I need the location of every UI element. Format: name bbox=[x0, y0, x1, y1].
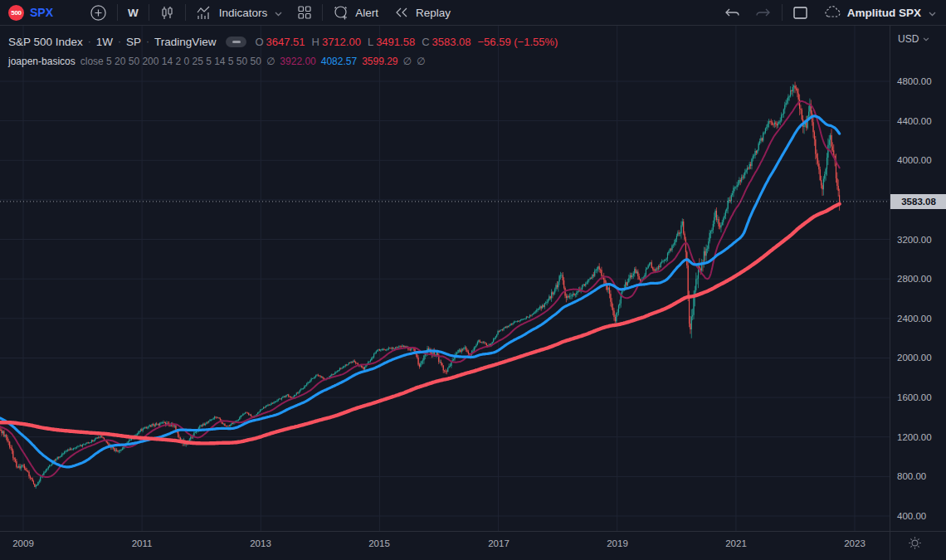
single-layout-icon bbox=[792, 6, 808, 20]
ma50-value: 4082.57 bbox=[321, 56, 357, 67]
currency-selector[interactable]: USD bbox=[898, 33, 929, 45]
price-tick-label: 4800.00 bbox=[897, 75, 932, 87]
legend-exchange[interactable]: SP bbox=[126, 36, 141, 48]
year-tick-label: 2013 bbox=[250, 538, 271, 548]
legend-separator: · bbox=[146, 36, 149, 47]
alert-button[interactable]: Alert bbox=[325, 0, 386, 25]
legend-collapse-button[interactable] bbox=[226, 37, 246, 47]
undo-button[interactable] bbox=[716, 0, 748, 25]
year-tick-label: 2011 bbox=[132, 538, 153, 548]
open-value: 3647.51 bbox=[266, 36, 305, 48]
alert-label: Alert bbox=[355, 7, 378, 19]
redo-button[interactable] bbox=[748, 0, 779, 25]
minus-icon bbox=[232, 41, 241, 43]
year-tick-label: 2009 bbox=[12, 538, 34, 548]
undo-icon bbox=[724, 7, 740, 18]
chart-pane[interactable]: S&P 500 Index · 1W · SP · TradingView O … bbox=[0, 26, 890, 531]
redo-icon bbox=[755, 7, 772, 18]
high-value: 3712.00 bbox=[322, 36, 361, 48]
chart-legend: S&P 500 Index · 1W · SP · TradingView O … bbox=[8, 33, 558, 68]
top-toolbar: 500 SPX W bbox=[0, 0, 946, 26]
indicator-null-value: ∅ bbox=[403, 56, 412, 67]
symbol-legend-row: S&P 500 Index · 1W · SP · TradingView O … bbox=[8, 33, 558, 50]
price-tick-label: 400.00 bbox=[897, 510, 926, 522]
multichart-grid-icon bbox=[297, 5, 312, 20]
legend-interval[interactable]: 1W bbox=[96, 36, 113, 48]
replay-label: Replay bbox=[416, 7, 451, 19]
year-tick-label: 2021 bbox=[725, 538, 747, 548]
last-price-badge: 3583.08 bbox=[890, 194, 946, 209]
toolbar-right-group: Amplitud SPX bbox=[716, 0, 939, 25]
layout-name-label: Amplitud SPX bbox=[847, 7, 921, 19]
price-tick-label: 4000.00 bbox=[897, 154, 932, 166]
indicator-legend-row: joapen-basicos close 5 20 50 200 14 2 0 … bbox=[8, 55, 558, 68]
year-tick-label: 2017 bbox=[488, 538, 510, 548]
close-value: 3583.08 bbox=[432, 36, 471, 48]
change-value: −56.59 (−1.55%) bbox=[478, 36, 558, 48]
ma50w-line bbox=[0, 116, 840, 467]
cloud-save-icon bbox=[823, 6, 841, 19]
grid-lines bbox=[0, 26, 890, 531]
ma200w-line bbox=[0, 204, 840, 444]
replay-button[interactable]: Replay bbox=[386, 0, 458, 25]
price-tick-label: 2000.00 bbox=[897, 352, 932, 363]
candlestick-series bbox=[0, 82, 840, 489]
chevron-down-icon bbox=[923, 35, 929, 43]
alert-clock-plus-icon bbox=[333, 4, 349, 21]
year-tick-label: 2019 bbox=[607, 538, 628, 548]
candlestick-style-icon bbox=[159, 5, 175, 21]
toolbar-separator bbox=[782, 4, 783, 21]
timeframe-label: W bbox=[128, 7, 139, 19]
layout-select-button[interactable] bbox=[785, 0, 816, 25]
year-tick-label: 2023 bbox=[844, 538, 866, 548]
legend-source: TradingView bbox=[154, 36, 216, 48]
year-tick-label: 2015 bbox=[368, 538, 390, 548]
price-tick-label: 2800.00 bbox=[897, 273, 932, 285]
price-tick-label: 3200.00 bbox=[897, 234, 932, 246]
legend-symbol-title[interactable]: S&P 500 Index bbox=[8, 36, 83, 48]
symbol-button[interactable]: 500 SPX bbox=[7, 0, 61, 25]
legend-separator: · bbox=[118, 36, 121, 47]
sp500-logo-badge: 500 bbox=[8, 5, 24, 21]
indicator-null-value: ∅ bbox=[266, 56, 275, 67]
chart-canvas[interactable] bbox=[0, 26, 890, 531]
plus-circle-icon bbox=[90, 4, 107, 22]
legend-separator: · bbox=[88, 36, 91, 47]
indicator-name[interactable]: joapen-basicos bbox=[8, 56, 76, 67]
price-tick-label: 2400.00 bbox=[897, 313, 932, 324]
ma200-value: 3599.29 bbox=[362, 56, 397, 67]
ma20-value: 3922.00 bbox=[280, 56, 315, 67]
ohlc-values: O 3647.51 H 3712.00 L 3491.58 C 3583.08 … bbox=[255, 36, 558, 48]
high-label: H bbox=[312, 36, 319, 48]
toolbar-separator bbox=[185, 4, 186, 21]
price-axis[interactable]: USD 4800.004400.004000.003200.002800.002… bbox=[890, 26, 946, 531]
chart-style-button[interactable] bbox=[152, 0, 183, 25]
indicators-label: Indicators bbox=[219, 7, 268, 19]
grid-layout-button[interactable] bbox=[290, 0, 319, 25]
low-label: L bbox=[368, 36, 373, 48]
currency-label: USD bbox=[898, 33, 919, 45]
price-tick-label: 1200.00 bbox=[897, 431, 932, 443]
indicators-button[interactable]: Indicators bbox=[188, 0, 290, 25]
close-label: C bbox=[422, 36, 429, 48]
toolbar-separator bbox=[322, 4, 323, 21]
price-tick-label: 4400.00 bbox=[897, 115, 932, 127]
chevron-down-icon bbox=[929, 7, 936, 19]
toolbar-separator bbox=[149, 4, 149, 21]
symbol-add-button[interactable] bbox=[82, 0, 115, 25]
time-axis[interactable]: 20092011201320152017201920212023 bbox=[0, 531, 946, 560]
theme-sun-icon[interactable] bbox=[906, 534, 923, 551]
tradingview-app: 500 SPX W bbox=[0, 0, 946, 560]
replay-rewind-icon bbox=[393, 6, 410, 19]
symbol-ticker: SPX bbox=[30, 6, 53, 19]
open-label: O bbox=[255, 36, 263, 48]
low-value: 3491.58 bbox=[376, 36, 415, 48]
indicator-params: close 5 20 50 200 14 2 0 25 5 14 5 50 50 bbox=[80, 56, 261, 67]
price-tick-label: 800.00 bbox=[897, 470, 926, 482]
indicators-icon bbox=[196, 5, 213, 21]
toolbar-separator bbox=[117, 4, 118, 21]
cloud-layout-button[interactable]: Amplitud SPX bbox=[816, 0, 939, 25]
price-tick-label: 1600.00 bbox=[897, 392, 932, 403]
timeframe-button[interactable]: W bbox=[120, 0, 146, 25]
symbol-group: 500 SPX W bbox=[7, 0, 458, 25]
